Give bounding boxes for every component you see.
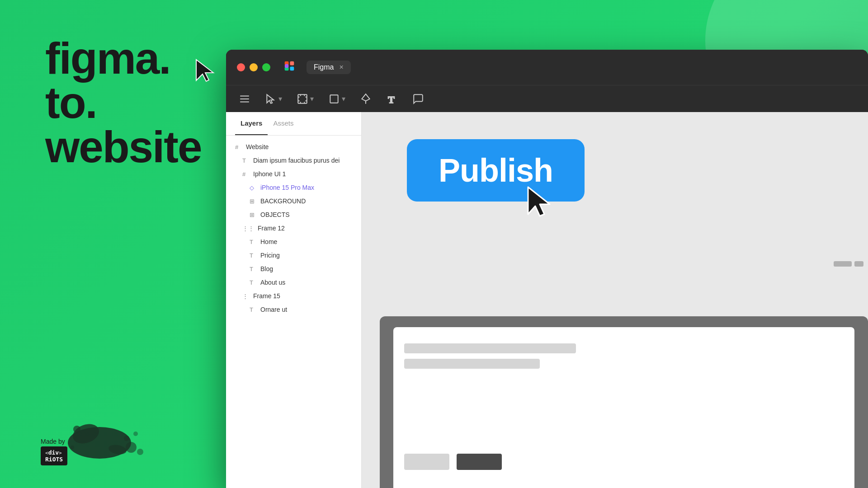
layer-frame15[interactable]: ⋮ Frame 15 — [226, 289, 361, 303]
layer-aboutus[interactable]: T About us — [226, 276, 361, 289]
canvas-cursor-icon — [524, 184, 556, 221]
text-icon-2: T — [250, 239, 257, 245]
text-icon: T — [242, 157, 250, 164]
canvas-area: Publish — [362, 112, 868, 488]
svg-point-6 — [133, 432, 138, 436]
layer-blog[interactable]: T Blog — [226, 262, 361, 276]
divriots-logo: <div>RiOTS — [41, 446, 67, 465]
ink-splatter — [63, 407, 154, 461]
svg-rect-12 — [290, 66, 294, 70]
layer-frame12[interactable]: ⋮⋮ Frame 12 — [226, 221, 361, 235]
toolbar: ▾ ▾ ▾ — [226, 85, 868, 112]
iphone-bar-1 — [404, 343, 576, 353]
brand-line2: to. — [45, 80, 235, 125]
grid-icon-2: # — [242, 171, 250, 178]
comment-tool-icon[interactable] — [412, 93, 424, 105]
svg-rect-17 — [298, 94, 307, 103]
brand-title: figma. to. website — [45, 36, 235, 169]
text-icon-5: T — [250, 279, 257, 286]
shape-tool-icon[interactable]: ▾ — [328, 93, 345, 105]
figma-window: Figma × ▾ — [226, 50, 868, 488]
main-area: Layers Assets # Website T Diam ipsum fau… — [226, 112, 868, 488]
iphone-bar-2 — [404, 359, 540, 369]
made-by-label: Made by — [41, 438, 67, 446]
layer-objects[interactable]: ⊞ OBJECTS — [226, 208, 361, 221]
layer-background[interactable]: ⊞ BACKGROUND — [226, 194, 361, 208]
cols-icon: ⋮⋮ — [242, 225, 254, 232]
tab-title: Figma — [314, 63, 334, 71]
layer-website[interactable]: # Website — [226, 140, 361, 154]
figma-app-icon — [283, 60, 296, 75]
canvas-dashes — [834, 261, 868, 267]
svg-point-8 — [137, 449, 143, 455]
close-button[interactable] — [237, 63, 245, 71]
text-icon-3: T — [250, 252, 257, 259]
svg-text:T: T — [388, 94, 395, 104]
svg-point-2 — [73, 426, 80, 433]
grid-icon: # — [235, 144, 242, 150]
grid-sm-icon: ⊞ — [250, 198, 257, 205]
svg-point-13 — [285, 64, 289, 68]
text-icon-6: T — [250, 306, 257, 313]
svg-point-7 — [71, 446, 74, 449]
svg-point-4 — [124, 436, 129, 441]
sidebar-tabs: Layers Assets — [226, 112, 361, 136]
tab-layers[interactable]: Layers — [235, 112, 268, 135]
cols-icon-2: ⋮ — [242, 293, 250, 300]
brand-line3: website — [45, 125, 235, 169]
title-bar: Figma × — [226, 50, 868, 85]
iphone-mockup — [380, 316, 868, 488]
maximize-button[interactable] — [262, 63, 270, 71]
layers-sidebar: Layers Assets # Website T Diam ipsum fau… — [226, 112, 362, 488]
left-panel: figma. to. website — [45, 36, 235, 169]
svg-rect-10 — [290, 61, 294, 66]
layer-pricing[interactable]: T Pricing — [226, 249, 361, 262]
figma-tab[interactable]: Figma × — [307, 61, 351, 74]
iphone-button-1 — [404, 454, 449, 470]
layer-ornare[interactable]: T Ornare ut — [226, 303, 361, 316]
menu-icon[interactable] — [239, 93, 250, 105]
dash-2 — [854, 261, 863, 267]
diamond-icon: ◇ — [250, 184, 257, 191]
svg-point-3 — [126, 442, 137, 453]
text-tool-icon[interactable]: T — [386, 93, 398, 105]
layers-list: # Website T Diam ipsum faucibus purus de… — [226, 136, 361, 488]
tab-assets[interactable]: Assets — [268, 112, 299, 135]
svg-rect-26 — [330, 95, 338, 103]
pen-tool-icon[interactable] — [360, 93, 372, 105]
text-icon-4: T — [250, 266, 257, 272]
layer-home[interactable]: T Home — [226, 235, 361, 249]
frame-tool-icon[interactable]: ▾ — [297, 93, 314, 105]
publish-button[interactable]: Publish — [407, 139, 585, 202]
layer-iphone15[interactable]: ◇ iPhone 15 Pro Max — [226, 181, 361, 194]
grid-sm-icon-2: ⊞ — [250, 211, 257, 218]
traffic-lights — [237, 63, 270, 71]
iphone-screen — [393, 327, 854, 488]
move-tool-icon[interactable]: ▾ — [265, 93, 282, 105]
iphone-button-2 — [457, 454, 502, 470]
dash-1 — [834, 261, 852, 267]
minimize-button[interactable] — [250, 63, 258, 71]
layer-diam[interactable]: T Diam ipsum faucibus purus dei — [226, 154, 361, 167]
cursor-icon — [194, 58, 217, 84]
tab-close-icon[interactable]: × — [339, 63, 343, 71]
layer-iphone-ui[interactable]: # Iphone UI 1 — [226, 167, 361, 181]
